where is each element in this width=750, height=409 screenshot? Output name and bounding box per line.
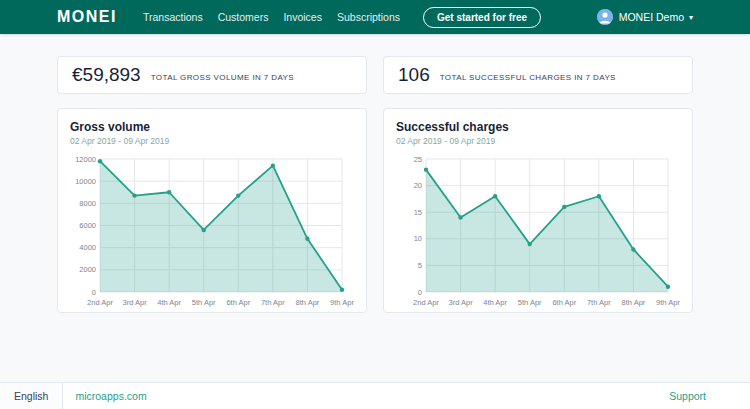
svg-text:12000: 12000: [75, 155, 96, 164]
svg-text:2nd Apr: 2nd Apr: [87, 298, 113, 307]
microapps-link[interactable]: microapps.com: [75, 390, 146, 402]
svg-text:3rd Apr: 3rd Apr: [448, 298, 473, 307]
charts-row: Gross volume 02 Apr 2019 - 09 Apr 2019 0…: [57, 108, 693, 313]
successful-charges-chart-title: Successful charges: [396, 120, 680, 134]
svg-text:6th Apr: 6th Apr: [552, 298, 576, 307]
svg-text:20: 20: [414, 181, 422, 190]
gross-volume-chart-title: Gross volume: [70, 120, 354, 134]
successful-charges-chart: 05101520252nd Apr3rd Apr4th Apr5th Apr6t…: [396, 151, 680, 309]
successful-charges-stat-card: 106 TOTAL SUCCESSFUL CHARGES IN 7 DAYS: [383, 56, 693, 94]
user-avatar: [597, 9, 613, 25]
gross-volume-chart: 0200040006000800010000120002nd Apr3rd Ap…: [70, 151, 354, 309]
svg-text:15: 15: [414, 208, 422, 217]
gross-volume-chart-date-range: 02 Apr 2019 - 09 Apr 2019: [70, 136, 354, 146]
svg-text:0: 0: [418, 288, 422, 297]
svg-text:6000: 6000: [79, 221, 96, 230]
navbar: MONEI Transactions Customers Invoices Su…: [0, 0, 750, 34]
monei-logo[interactable]: MONEI: [57, 8, 117, 26]
successful-charges-value: 106: [398, 64, 430, 86]
svg-text:4000: 4000: [79, 243, 96, 252]
svg-text:4th Apr: 4th Apr: [483, 298, 507, 307]
svg-text:3rd Apr: 3rd Apr: [122, 298, 147, 307]
successful-charges-chart-date-range: 02 Apr 2019 - 09 Apr 2019: [396, 136, 680, 146]
language-selector[interactable]: English: [0, 383, 63, 409]
chevron-down-icon: ▾: [689, 13, 693, 22]
main-content: €59,893 TOTAL GROSS VOLUME IN 7 DAYS 106…: [0, 34, 750, 313]
gross-volume-chart-card: Gross volume 02 Apr 2019 - 09 Apr 2019 0…: [57, 108, 367, 313]
svg-text:8000: 8000: [79, 199, 96, 208]
gross-volume-stat-card: €59,893 TOTAL GROSS VOLUME IN 7 DAYS: [57, 56, 367, 94]
stats-row: €59,893 TOTAL GROSS VOLUME IN 7 DAYS 106…: [57, 56, 693, 94]
nav-item-customers[interactable]: Customers: [218, 11, 269, 23]
successful-charges-label: TOTAL SUCCESSFUL CHARGES IN 7 DAYS: [440, 73, 616, 82]
footer: English microapps.com Support: [0, 382, 750, 409]
user-name: MONEI Demo: [619, 11, 684, 23]
svg-text:25: 25: [414, 155, 422, 164]
svg-text:8th Apr: 8th Apr: [296, 298, 320, 307]
user-menu[interactable]: MONEI Demo ▾: [597, 9, 693, 25]
nav-item-transactions[interactable]: Transactions: [143, 11, 203, 23]
svg-text:9th Apr: 9th Apr: [656, 298, 680, 307]
gross-volume-value: €59,893: [72, 64, 141, 86]
successful-charges-chart-card: Successful charges 02 Apr 2019 - 09 Apr …: [383, 108, 693, 313]
gross-volume-label: TOTAL GROSS VOLUME IN 7 DAYS: [151, 73, 294, 82]
svg-text:4th Apr: 4th Apr: [157, 298, 181, 307]
svg-text:2nd Apr: 2nd Apr: [413, 298, 439, 307]
svg-text:6th Apr: 6th Apr: [226, 298, 250, 307]
nav-links: Transactions Customers Invoices Subscrip…: [143, 11, 415, 23]
svg-text:8th Apr: 8th Apr: [622, 298, 646, 307]
svg-text:7th Apr: 7th Apr: [261, 298, 285, 307]
svg-text:10: 10: [414, 234, 422, 243]
svg-text:0: 0: [92, 288, 96, 297]
svg-text:5th Apr: 5th Apr: [192, 298, 216, 307]
nav-item-subscriptions[interactable]: Subscriptions: [337, 11, 400, 23]
svg-text:2000: 2000: [79, 265, 96, 274]
svg-text:7th Apr: 7th Apr: [587, 298, 611, 307]
nav-item-invoices[interactable]: Invoices: [283, 11, 322, 23]
svg-text:9th Apr: 9th Apr: [330, 298, 354, 307]
svg-text:10000: 10000: [75, 177, 96, 186]
svg-text:5: 5: [418, 261, 422, 270]
svg-text:5th Apr: 5th Apr: [518, 298, 542, 307]
get-started-button[interactable]: Get started for free: [423, 7, 541, 28]
support-link[interactable]: Support: [669, 390, 706, 402]
